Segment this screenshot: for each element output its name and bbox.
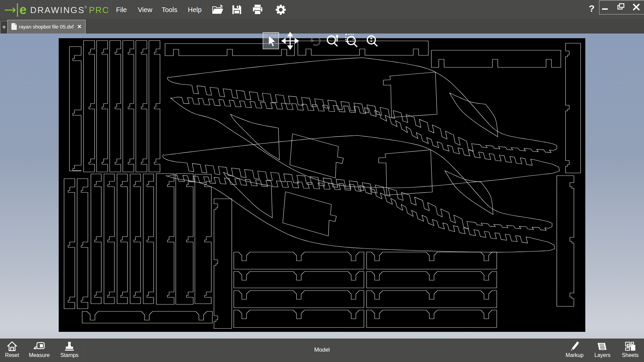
svg-text:DRAWINGS: DRAWINGS bbox=[30, 5, 85, 15]
svg-text:e: e bbox=[19, 3, 26, 17]
svg-text:®: ® bbox=[85, 5, 87, 9]
svg-text:PRO: PRO bbox=[89, 5, 108, 15]
